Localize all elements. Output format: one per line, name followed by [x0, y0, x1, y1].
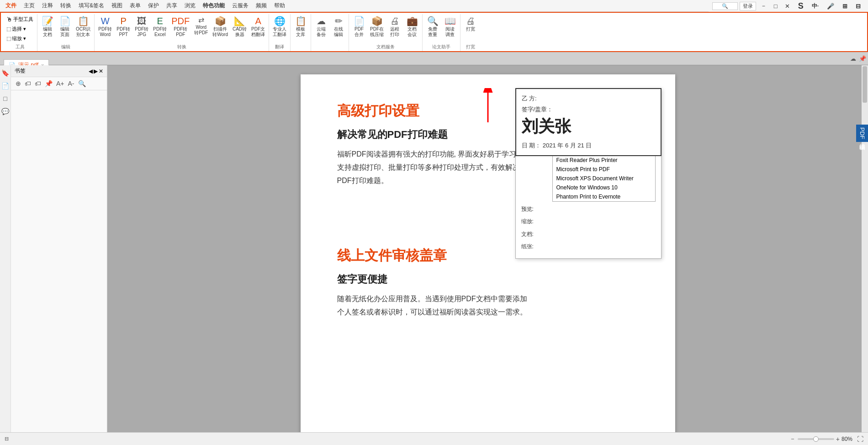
printer-onenote[interactable]: OneNote for Windows 10	[553, 183, 655, 192]
ribbon-toolbar: 🖱 手型工具 ⬚ 选择 ▾ ⬚ 缩放 ▾ 工具	[0, 12, 868, 52]
pdf-to-excel-button[interactable]: E PDF转Excel	[151, 15, 169, 38]
bottom-bar: ⊟ － + 80% ⛶	[0, 432, 868, 445]
printer-ms-pdf[interactable]: Microsoft Print to PDF	[553, 165, 655, 174]
menu-item-convert[interactable]: 转换	[57, 1, 75, 10]
pdf-editor-panel-label[interactable]: PDF编辑器	[856, 125, 868, 142]
thumbnail-panel-icon[interactable]: 📄	[0, 81, 11, 91]
check-icon: 🔍	[427, 16, 439, 26]
edit-doc-button[interactable]: 📝 编辑文档	[39, 15, 56, 38]
word-to-pdf-button[interactable]: ⇄ Word转PDF	[192, 15, 210, 37]
login-button[interactable]: 登录	[740, 2, 756, 10]
plagiarism-check-button[interactable]: 🔍 免费查重	[424, 15, 441, 38]
pdf-to-ppt-button[interactable]: P PDF转PPT	[115, 15, 132, 38]
panel-title: 书签	[15, 67, 26, 75]
pdf-merge-button[interactable]: 📄 PDF合并	[351, 15, 367, 38]
cloud-backup-button[interactable]: ☁ 云端备份	[313, 15, 329, 38]
panel-close-icon[interactable]: ✕	[99, 68, 103, 74]
grid-icon[interactable]: ⊞	[839, 2, 851, 10]
menu-item-protect[interactable]: 保护	[144, 1, 163, 10]
translate-icon: A	[255, 16, 261, 26]
menu-item-view[interactable]: 视图	[108, 1, 126, 10]
bookmark-tag-icon[interactable]: 🏷	[24, 79, 32, 88]
tools-buttons: 🖱 手型工具 ⬚ 选择 ▾ ⬚ 缩放 ▾	[5, 15, 35, 43]
menu-item-file[interactable]: 文件	[2, 1, 20, 10]
zoom-plus-button[interactable]: +	[836, 435, 840, 443]
translation-buttons: 🌐 专业人工翻译	[271, 15, 288, 43]
pin-icon[interactable]: 📌	[859, 55, 866, 62]
bookmark-tag3-icon[interactable]: 📌	[44, 79, 53, 88]
pdf-excel-label: PDF转Excel	[153, 26, 167, 37]
assistant-buttons: 🔍 免费查重 📖 阅读调查	[424, 15, 458, 43]
printer-ms-xps[interactable]: Microsoft XPS Document Writer	[553, 174, 655, 183]
template-library-button[interactable]: 📋 模板文库	[292, 15, 309, 38]
scroll-container[interactable]: 高级打印设置 解决常见的PDF打印难题 福昕PDF阅读器拥有强大的打印功能, 界…	[107, 65, 868, 439]
menu-item-browse[interactable]: 浏览	[181, 1, 199, 10]
templates-group-label	[292, 49, 309, 50]
zoom-slider[interactable]	[798, 438, 834, 440]
panel-collapse-icon[interactable]: ▶	[94, 68, 98, 74]
top-right-area: 🔍 登录 － □ ✕ S 中· 🎤 ⊞ ⊟	[709, 0, 868, 12]
template-icon: 📋	[295, 16, 307, 26]
menu-item-special[interactable]: 特色功能	[199, 1, 228, 10]
printer-foxit-reader-plus[interactable]: Foxit Reader Plus Printer	[553, 156, 655, 165]
print-preview-row: 预览:	[521, 204, 656, 215]
layers-panel-icon[interactable]: □	[2, 94, 8, 104]
doc-meeting-button[interactable]: 💼 文档会议	[404, 15, 420, 38]
select-tool-button[interactable]: ⬚ 选择 ▾	[5, 25, 35, 33]
font-increase-icon[interactable]: A+	[55, 79, 65, 88]
signature-date-label: 日 期：	[522, 142, 541, 149]
ocr-button[interactable]: 📋 OCR识别文本	[74, 15, 92, 38]
font-decrease-icon[interactable]: A-	[67, 79, 75, 88]
zoom-minus-button[interactable]: －	[789, 435, 796, 443]
section-signature: 线上文件审核盖章 签字更便捷 随着无纸化办公应用普及。当遇到使用PDF文档中需要…	[337, 246, 639, 333]
hand-tool-button[interactable]: 🖱 手型工具	[5, 15, 35, 24]
comments-panel-icon[interactable]: 💬	[0, 106, 11, 116]
ribbon-group-templates: 📋 模板文库	[291, 14, 311, 51]
reading-survey-button[interactable]: 📖 阅读调查	[442, 15, 458, 38]
cad-converter-button[interactable]: 📐 CAD转换器	[231, 15, 249, 38]
menu-item-home[interactable]: 主页	[20, 1, 38, 10]
menu-item-form[interactable]: 表单	[126, 1, 144, 10]
online-edit-label: 在线编辑	[334, 26, 343, 37]
zoom-tool-button[interactable]: ⬚ 缩放 ▾	[5, 34, 35, 43]
window-max[interactable]: □	[771, 3, 780, 10]
pdf-to-jpg-button[interactable]: 🖼 PDF转JPG	[133, 15, 150, 38]
pdf-to-word-button[interactable]: W PDF转Word	[96, 15, 114, 38]
menu-item-share[interactable]: 共享	[163, 1, 181, 10]
expand-view-button[interactable]: ⛶	[857, 435, 863, 443]
menu-item-channel[interactable]: 频频	[252, 1, 270, 10]
pdf-translate-button[interactable]: A PDF文档翻译	[249, 15, 267, 38]
bookmark-panel-icon[interactable]: 🔖	[0, 68, 11, 78]
print-wide-button[interactable]: 🖨 打宽	[462, 15, 479, 33]
cloud-sync-icon[interactable]: ☁	[850, 55, 856, 62]
section-print-text: 高级打印设置 解决常见的PDF打印难题 福昕PDF阅读器拥有强大的打印功能, 界…	[337, 102, 529, 201]
minus-grid-icon[interactable]: ⊟	[852, 2, 864, 10]
online-edit-button[interactable]: ✏ 在线编辑	[330, 15, 347, 38]
pdf-ppt-label: PDF转PPT	[116, 26, 130, 37]
zoom-slider-thumb[interactable]	[813, 436, 819, 442]
search-box[interactable]: 🔍	[712, 2, 738, 10]
remote-print-button[interactable]: 🖨 远程打印	[386, 15, 403, 38]
menu-item-annotate[interactable]: 注释	[38, 1, 57, 10]
menu-item-cloud[interactable]: 云服务	[228, 1, 252, 10]
bookmark-add-icon[interactable]: ⊕	[15, 79, 22, 88]
print-buttons: 🖨 打宽	[462, 15, 479, 43]
template-label: 模板文库	[296, 26, 305, 37]
printer-phantom-evernote[interactable]: Phantom Print to Evernote	[553, 192, 655, 201]
panel-expand-icon[interactable]: ◀	[89, 68, 93, 74]
pdf-to-pdf-button[interactable]: PDF PDF转PDF	[169, 15, 191, 38]
window-close[interactable]: ✕	[782, 3, 793, 10]
pro-translate-button[interactable]: 🌐 专业人工翻译	[271, 15, 288, 38]
menu-item-help[interactable]: 帮助	[270, 1, 289, 10]
bookmark-tag2-icon[interactable]: 🏷	[34, 79, 42, 88]
vertical-scrollbar[interactable]	[862, 65, 868, 439]
scan-to-word-button[interactable]: 📦 扫描件转Word	[211, 15, 230, 38]
window-min[interactable]: －	[758, 2, 769, 10]
doc-service-group-label: 文档服务	[351, 43, 420, 50]
scrollbar-thumb[interactable]	[863, 66, 867, 103]
menu-item-sign[interactable]: 填写&签名	[75, 1, 108, 10]
mic-icon[interactable]: 🎤	[823, 2, 838, 10]
bookmark-search-icon[interactable]: 🔍	[77, 79, 87, 88]
pdf-compress-button[interactable]: 📦 PDF在线压缩	[368, 15, 386, 38]
edit-page-button[interactable]: 📄 编辑页面	[57, 15, 73, 38]
